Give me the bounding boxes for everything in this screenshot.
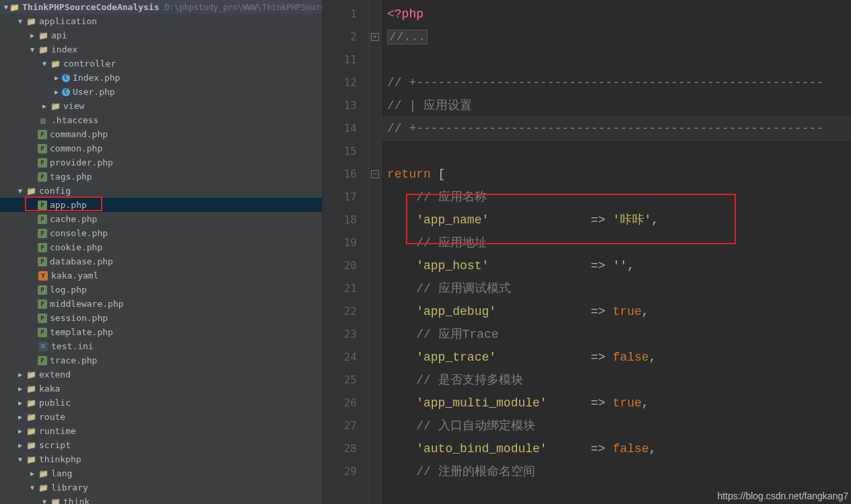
- tree-arrow-icon[interactable]: [40, 498, 48, 504]
- tree-file[interactable]: log.php: [0, 283, 322, 297]
- tree-file[interactable]: middleware.php: [0, 297, 322, 311]
- tree-arrow-icon[interactable]: [28, 32, 36, 39]
- tree-arrow-icon[interactable]: [16, 385, 24, 392]
- tree-arrow-icon[interactable]: [16, 427, 24, 435]
- folder-icon: [38, 30, 48, 41]
- tree-arrow-icon[interactable]: [28, 484, 36, 491]
- tree-folder[interactable]: api: [0, 28, 322, 42]
- code-line[interactable]: 'app_host' => '',: [382, 254, 851, 277]
- tree-arrow-icon[interactable]: [16, 17, 24, 25]
- tree-file[interactable]: app.php: [0, 198, 322, 212]
- tree-arrow-icon[interactable]: [40, 60, 48, 67]
- tree-file[interactable]: command.php: [0, 127, 322, 141]
- tree-arrow-icon[interactable]: [40, 102, 48, 110]
- code-line[interactable]: // 应用名称: [382, 186, 851, 209]
- tree-folder[interactable]: config: [0, 184, 322, 198]
- tree-file[interactable]: provider.php: [0, 155, 322, 170]
- line-number: 27: [322, 415, 369, 437]
- tree-folder[interactable]: script: [0, 438, 322, 452]
- tree-arrow-icon[interactable]: [28, 470, 36, 477]
- code-line[interactable]: // +------------------------------------…: [382, 71, 851, 94]
- code-line[interactable]: [382, 140, 851, 163]
- tree-file[interactable]: Index.php: [0, 71, 322, 85]
- code-token: ,: [649, 442, 656, 456]
- tree-folder[interactable]: ThinkPHPSourceCodeAnalysisD:\phpstudy_pr…: [0, 0, 322, 14]
- folder-icon: [26, 440, 36, 451]
- tree-folder[interactable]: library: [0, 480, 322, 495]
- tree-file[interactable]: template.php: [0, 325, 322, 339]
- tree-arrow-icon[interactable]: [16, 456, 24, 463]
- code-line[interactable]: return [: [382, 163, 851, 186]
- code-token: //...: [387, 30, 428, 44]
- project-tree[interactable]: ThinkPHPSourceCodeAnalysisD:\phpstudy_pr…: [0, 0, 322, 504]
- tree-arrow-icon[interactable]: [53, 74, 61, 81]
- code-token: [387, 190, 416, 204]
- code-line[interactable]: <?php: [382, 3, 851, 26]
- code-token: false: [613, 351, 649, 364]
- tree-folder[interactable]: route: [0, 410, 322, 424]
- code-line[interactable]: // 是否支持多模块: [382, 369, 851, 392]
- tree-folder[interactable]: controller: [0, 57, 322, 71]
- tree-folder[interactable]: public: [0, 396, 322, 410]
- code-line[interactable]: // | 应用设置: [382, 94, 851, 117]
- tree-file[interactable]: cache.php: [0, 212, 322, 226]
- fold-collapse-icon[interactable]: [371, 170, 379, 178]
- code-token: [387, 396, 416, 410]
- code-line[interactable]: // 注册的根命名空间: [382, 460, 851, 483]
- code-editor[interactable]: 1211121314151617181920212223242526272829…: [322, 0, 851, 504]
- tree-folder[interactable]: kaka: [0, 382, 322, 396]
- fold-column[interactable]: [370, 0, 382, 504]
- folder-icon: [38, 44, 48, 55]
- tree-file[interactable]: console.php: [0, 226, 322, 240]
- code-line[interactable]: [382, 48, 851, 71]
- code-line[interactable]: // 应用地址: [382, 231, 851, 254]
- tree-file[interactable]: kaka.yaml: [0, 268, 322, 283]
- line-number: 22: [322, 300, 369, 323]
- code-line[interactable]: //...: [382, 26, 851, 48]
- tree-arrow-icon[interactable]: [16, 399, 24, 406]
- tree-file[interactable]: database.php: [0, 254, 322, 268]
- tree-folder[interactable]: think: [0, 495, 322, 504]
- tree-folder[interactable]: application: [0, 14, 322, 28]
- line-number: 29: [322, 460, 369, 483]
- code-token: // | 应用设置: [387, 99, 472, 112]
- tree-file[interactable]: common.php: [0, 141, 322, 155]
- tree-folder[interactable]: index: [0, 42, 322, 57]
- file-icon: [38, 115, 48, 126]
- tree-label: app.php: [50, 200, 87, 210]
- tree-arrow-icon[interactable]: [4, 3, 8, 11]
- tree-folder[interactable]: lang: [0, 466, 322, 480]
- tree-arrow-icon[interactable]: [16, 187, 24, 194]
- tree-arrow-icon[interactable]: [16, 413, 24, 421]
- code-line[interactable]: 'app_name' => '咔咔',: [382, 209, 851, 231]
- tree-arrow-icon[interactable]: [16, 371, 24, 378]
- code-line[interactable]: 'app_trace' => false,: [382, 346, 851, 369]
- tree-folder[interactable]: extend: [0, 367, 322, 382]
- fold-expand-icon[interactable]: [371, 33, 379, 41]
- tree-folder[interactable]: thinkphp: [0, 452, 322, 466]
- line-number: 2: [322, 26, 369, 48]
- line-number: 13: [322, 94, 369, 117]
- code-line[interactable]: 'app_debug' => true,: [382, 300, 851, 323]
- code-line[interactable]: 'app_multi_module' => true,: [382, 392, 851, 415]
- tree-arrow-icon[interactable]: [28, 46, 36, 53]
- tree-file[interactable]: .htaccess: [0, 113, 322, 127]
- tree-file[interactable]: trace.php: [0, 353, 322, 367]
- code-area[interactable]: <?php//...// +--------------------------…: [382, 0, 851, 504]
- tree-file[interactable]: cookie.php: [0, 240, 322, 254]
- code-token: return: [387, 168, 431, 181]
- tree-file[interactable]: session.php: [0, 311, 322, 325]
- tree-label: log.php: [50, 285, 87, 295]
- tree-file[interactable]: tags.php: [0, 170, 322, 184]
- code-line[interactable]: // +------------------------------------…: [382, 117, 851, 140]
- code-line[interactable]: 'auto_bind_module' => false,: [382, 437, 851, 460]
- code-line[interactable]: // 入口自动绑定模块: [382, 415, 851, 437]
- tree-folder[interactable]: runtime: [0, 424, 322, 438]
- tree-file[interactable]: User.php: [0, 85, 322, 99]
- tree-arrow-icon[interactable]: [16, 441, 24, 449]
- tree-folder[interactable]: view: [0, 99, 322, 113]
- tree-file[interactable]: test.ini: [0, 339, 322, 353]
- code-line[interactable]: // 应用Trace: [382, 323, 851, 346]
- code-line[interactable]: // 应用调试模式: [382, 277, 851, 300]
- tree-arrow-icon[interactable]: [53, 88, 61, 96]
